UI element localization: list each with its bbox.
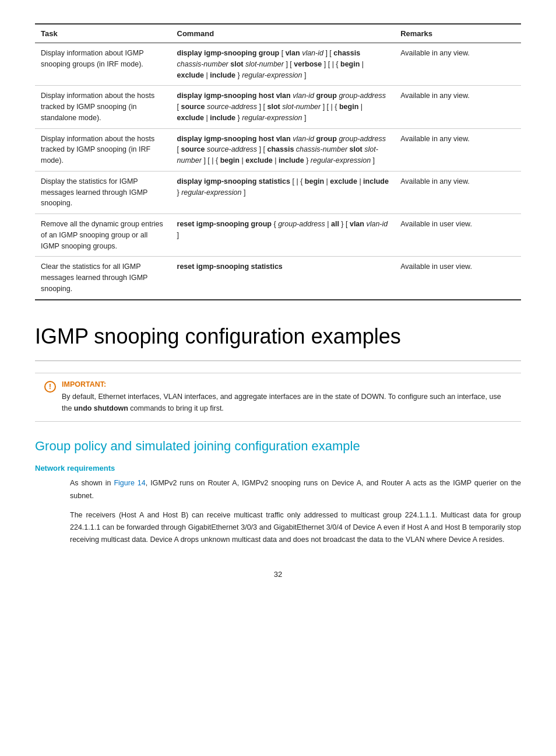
table-row: Display information about the hosts trac… <box>35 128 521 171</box>
important-content: IMPORTANT: By default, Ethernet interfac… <box>62 380 512 414</box>
network-para1: As shown in Figure 14, IGMPv2 runs on Ro… <box>35 477 521 502</box>
table-cell-task: Clear the statistics for all IGMP messag… <box>35 257 171 300</box>
table-cell-command: display igmp-snooping host vlan vlan-id … <box>171 128 395 171</box>
table-cell-command: display igmp-snooping host vlan vlan-id … <box>171 86 395 128</box>
page-number: 32 <box>35 570 521 579</box>
section-title: IGMP snooping configuration examples <box>35 324 521 349</box>
subsection-title: Group policy and simulated joining confi… <box>35 438 521 455</box>
table-cell-command: display igmp-snooping statistics [ | { b… <box>171 171 395 214</box>
table-cell-task: Display the statistics for IGMP messages… <box>35 171 171 214</box>
table-cell-remarks: Available in user view. <box>395 257 521 300</box>
important-icon: ! <box>44 381 56 393</box>
table-row: Clear the statistics for all IGMP messag… <box>35 257 521 300</box>
important-box: ! IMPORTANT: By default, Ethernet interf… <box>35 373 521 422</box>
table-header-command: Command <box>171 24 395 43</box>
table-row: Display information about the hosts trac… <box>35 86 521 128</box>
table-cell-remarks: Available in any view. <box>395 128 521 171</box>
figure-14-link[interactable]: Figure 14 <box>114 479 145 487</box>
important-label: IMPORTANT: <box>62 380 512 388</box>
table-cell-remarks: Available in user view. <box>395 214 521 257</box>
table-cell-task: Display information about IGMP snooping … <box>35 43 171 86</box>
table-cell-remarks: Available in any view. <box>395 43 521 86</box>
table-cell-remarks: Available in any view. <box>395 86 521 128</box>
network-requirements-title: Network requirements <box>35 464 521 473</box>
table-cell-task: Display information about the hosts trac… <box>35 86 171 128</box>
section-divider <box>35 360 521 361</box>
table-header-task: Task <box>35 24 171 43</box>
table-cell-task: Remove all the dynamic group entries of … <box>35 214 171 257</box>
table-header-remarks: Remarks <box>395 24 521 43</box>
network-para2: The receivers (Host A and Host B) can re… <box>35 509 521 547</box>
table-cell-task: Display information about the hosts trac… <box>35 128 171 171</box>
table-cell-command: display igmp-snooping group [ vlan vlan-… <box>171 43 395 86</box>
table-row: Display the statistics for IGMP messages… <box>35 171 521 214</box>
table-cell-remarks: Available in any view. <box>395 171 521 214</box>
table-cell-command: reset igmp-snooping group { group-addres… <box>171 214 395 257</box>
commands-table: Task Command Remarks Display information… <box>35 23 521 300</box>
important-text: By default, Ethernet interfaces, VLAN in… <box>62 391 512 414</box>
table-row: Remove all the dynamic group entries of … <box>35 214 521 257</box>
table-cell-command: reset igmp-snooping statistics <box>171 257 395 300</box>
table-row: Display information about IGMP snooping … <box>35 43 521 86</box>
